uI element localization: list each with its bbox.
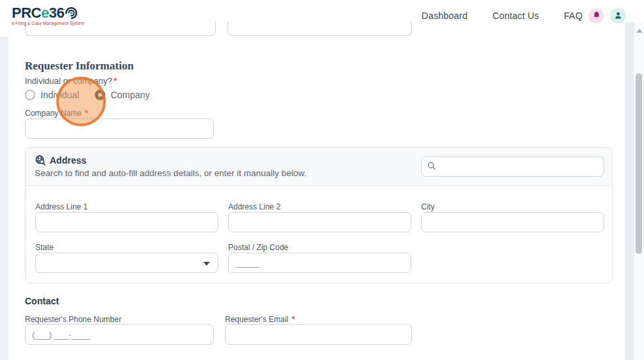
- required-asterisk: *: [85, 109, 88, 118]
- city-input[interactable]: [421, 212, 604, 232]
- company-name-label: Company Name *: [25, 109, 88, 118]
- brand-logo[interactable]: PRCe36 e-Filing & Case Management System: [12, 6, 84, 26]
- top-navbar: PRCe36 e-Filing & Case Management System…: [0, 0, 644, 31]
- notifications-button[interactable]: [588, 8, 604, 24]
- individual-company-question: Individual or company?*: [25, 76, 117, 86]
- address-line-1-input[interactable]: [35, 212, 218, 232]
- logo-target-icon: [65, 7, 78, 20]
- phone-input[interactable]: [25, 324, 214, 345]
- nav-link-dashboard[interactable]: Dashboard: [422, 10, 467, 21]
- radio-individual-circle: [25, 90, 35, 100]
- logo-text-secondary: 36: [49, 6, 64, 20]
- individual-company-radio-group: Individual Company: [25, 90, 150, 100]
- radio-individual-label: Individual: [41, 90, 79, 100]
- zip-label: Postal / Zip Code: [228, 243, 288, 252]
- page-left-gutter: [0, 37, 8, 360]
- vertical-scrollbar-thumb[interactable]: [636, 73, 642, 254]
- account-button[interactable]: [610, 8, 626, 24]
- address-line-1-label: Address Line 1: [35, 202, 88, 211]
- brand-logo-text: PRCe36: [12, 6, 84, 20]
- bell-icon: [592, 11, 601, 20]
- address-panel-subtitle: Search to find and auto-fill address det…: [35, 168, 307, 178]
- nav-link-contact-us[interactable]: Contact Us: [492, 10, 539, 21]
- address-line-2-input[interactable]: [228, 212, 411, 232]
- zip-input[interactable]: [228, 253, 411, 273]
- logo-text-accent: e: [41, 6, 49, 20]
- radio-company-label: Company: [110, 90, 150, 100]
- email-input[interactable]: [225, 324, 412, 345]
- page-right-gutter: [625, 22, 634, 360]
- address-search-input[interactable]: [421, 156, 604, 177]
- section-title: Requester Information: [25, 60, 133, 73]
- email-label: Requester's Email *: [225, 315, 295, 324]
- chevron-down-icon: [203, 262, 210, 266]
- globe-search-icon: [35, 154, 46, 166]
- logo-text-primary: PRC: [12, 6, 41, 20]
- address-panel-title: Address: [50, 155, 86, 166]
- contact-section-title: Contact: [25, 296, 59, 306]
- radio-company-circle: [95, 90, 105, 100]
- address-line-2-label: Address Line 2: [228, 202, 280, 211]
- nav-link-faq[interactable]: FAQ: [564, 10, 583, 21]
- radio-individual[interactable]: Individual: [25, 90, 79, 100]
- search-icon: [427, 161, 437, 173]
- state-label: State: [35, 243, 54, 252]
- brand-tagline: e-Filing & Case Management System: [12, 21, 84, 26]
- person-icon: [614, 11, 622, 20]
- address-panel-header: Address Search to find and auto-fill add…: [25, 148, 612, 186]
- company-name-input[interactable]: [25, 118, 214, 139]
- phone-label: Requester's Phone Number: [25, 315, 122, 324]
- requester-form-page: PRCe36 e-Filing & Case Management System…: [0, 0, 644, 360]
- address-search: [421, 156, 604, 177]
- required-asterisk: *: [114, 76, 117, 86]
- city-label: City: [421, 202, 435, 211]
- address-panel: Address Search to find and auto-fill add…: [25, 147, 613, 283]
- required-asterisk: *: [292, 315, 295, 324]
- state-select[interactable]: [35, 253, 218, 273]
- radio-company[interactable]: Company: [95, 90, 150, 100]
